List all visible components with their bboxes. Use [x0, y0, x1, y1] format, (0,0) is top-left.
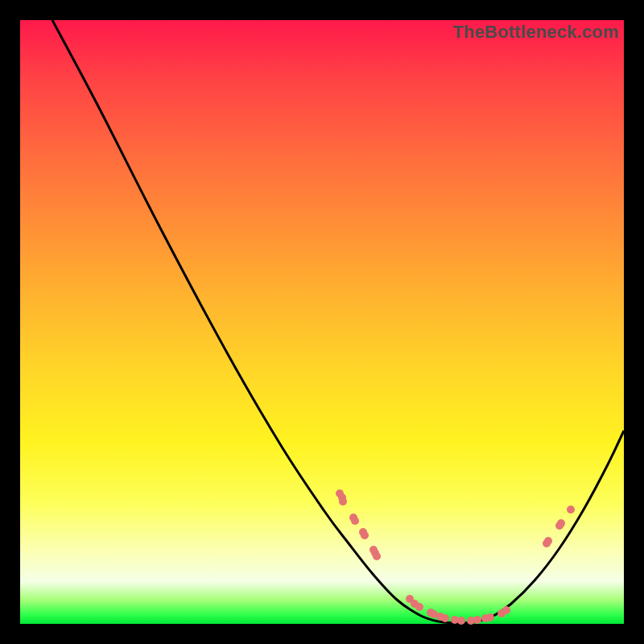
curve-dots [336, 489, 575, 625]
curve-dot [567, 506, 575, 514]
bottleneck-curve [20, 20, 624, 624]
chart-frame: TheBottleneck.com [20, 20, 624, 624]
curve-dot [457, 617, 465, 625]
curve-dot [473, 616, 481, 624]
curve-dot [441, 614, 449, 622]
curve-dot [486, 613, 494, 621]
curve-dot [502, 606, 510, 614]
curve-dot [361, 531, 369, 539]
curve-dot [557, 519, 565, 527]
curve-dot [544, 537, 552, 545]
curve-line [52, 20, 624, 623]
curve-dot [339, 497, 347, 506]
curve-dot [351, 517, 359, 525]
curve-dot [373, 552, 381, 560]
curve-dot [415, 603, 423, 611]
